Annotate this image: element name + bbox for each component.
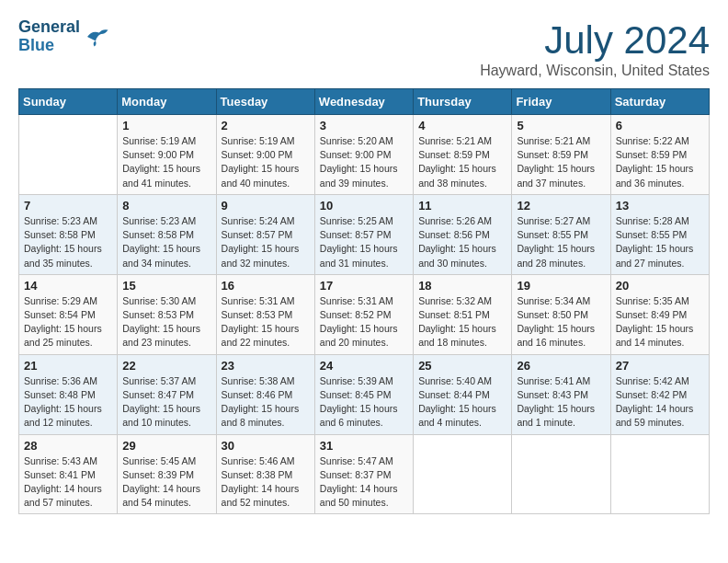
day-info: Sunrise: 5:31 AMSunset: 8:53 PMDaylight:… [222, 294, 310, 350]
day-info: Sunrise: 5:22 AMSunset: 8:59 PMDaylight:… [616, 134, 704, 190]
calendar-cell: 25Sunrise: 5:40 AMSunset: 8:44 PMDayligh… [414, 354, 512, 434]
calendar-cell: 13Sunrise: 5:28 AMSunset: 8:55 PMDayligh… [610, 194, 709, 274]
calendar-cell: 14Sunrise: 5:29 AMSunset: 8:54 PMDayligh… [19, 274, 118, 354]
weekday-header-tuesday: Tuesday [216, 89, 314, 115]
page-header: General Blue July 2024 Hayward, Wisconsi… [18, 18, 710, 79]
calendar-week-row: 21Sunrise: 5:36 AMSunset: 8:48 PMDayligh… [19, 354, 710, 434]
day-number: 6 [616, 119, 704, 132]
weekday-header-saturday: Saturday [610, 89, 709, 115]
day-number: 22 [122, 359, 210, 373]
calendar-cell: 15Sunrise: 5:30 AMSunset: 8:53 PMDayligh… [118, 274, 216, 354]
calendar-cell: 21Sunrise: 5:36 AMSunset: 8:48 PMDayligh… [19, 354, 118, 434]
calendar-table: SundayMondayTuesdayWednesdayThursdayFrid… [18, 88, 710, 514]
calendar-week-row: 7Sunrise: 5:23 AMSunset: 8:58 PMDaylight… [19, 194, 710, 274]
day-info: Sunrise: 5:27 AMSunset: 8:55 PMDaylight:… [517, 214, 605, 270]
day-info: Sunrise: 5:45 AMSunset: 8:39 PMDaylight:… [122, 454, 210, 511]
day-number: 15 [122, 279, 210, 293]
day-number: 10 [320, 199, 408, 213]
day-info: Sunrise: 5:26 AMSunset: 8:56 PMDaylight:… [418, 214, 506, 270]
calendar-cell: 7Sunrise: 5:23 AMSunset: 8:58 PMDaylight… [19, 194, 118, 274]
calendar-cell: 17Sunrise: 5:31 AMSunset: 8:52 PMDayligh… [314, 274, 413, 354]
weekday-header-row: SundayMondayTuesdayWednesdayThursdayFrid… [19, 89, 710, 115]
day-number: 19 [517, 279, 605, 293]
calendar-cell: 3Sunrise: 5:20 AMSunset: 9:00 PMDaylight… [314, 115, 413, 195]
day-number: 7 [24, 199, 112, 213]
day-number: 23 [222, 359, 310, 373]
day-info: Sunrise: 5:29 AMSunset: 8:54 PMDaylight:… [24, 294, 112, 350]
calendar-cell: 5Sunrise: 5:21 AMSunset: 8:59 PMDaylight… [512, 115, 610, 195]
day-info: Sunrise: 5:41 AMSunset: 8:43 PMDaylight:… [517, 374, 605, 431]
weekday-header-friday: Friday [512, 89, 610, 115]
day-number: 28 [24, 439, 112, 453]
calendar-cell: 27Sunrise: 5:42 AMSunset: 8:42 PMDayligh… [610, 354, 709, 434]
calendar-week-row: 28Sunrise: 5:43 AMSunset: 8:41 PMDayligh… [19, 434, 710, 514]
day-number: 2 [222, 119, 310, 132]
day-info: Sunrise: 5:37 AMSunset: 8:47 PMDaylight:… [122, 374, 210, 431]
calendar-cell: 22Sunrise: 5:37 AMSunset: 8:47 PMDayligh… [118, 354, 216, 434]
day-info: Sunrise: 5:43 AMSunset: 8:41 PMDaylight:… [24, 454, 112, 511]
day-number: 3 [320, 119, 408, 132]
day-info: Sunrise: 5:46 AMSunset: 8:38 PMDaylight:… [222, 454, 310, 511]
day-number: 30 [222, 439, 310, 453]
day-number: 17 [320, 279, 408, 293]
calendar-cell: 19Sunrise: 5:34 AMSunset: 8:50 PMDayligh… [512, 274, 610, 354]
weekday-header-sunday: Sunday [19, 89, 118, 115]
day-number: 5 [517, 119, 605, 132]
calendar-cell [512, 434, 610, 514]
day-info: Sunrise: 5:28 AMSunset: 8:55 PMDaylight:… [616, 214, 704, 270]
day-number: 31 [320, 439, 408, 453]
calendar-cell: 1Sunrise: 5:19 AMSunset: 9:00 PMDaylight… [118, 115, 216, 195]
day-info: Sunrise: 5:19 AMSunset: 9:00 PMDaylight:… [222, 134, 310, 190]
day-number: 14 [24, 279, 112, 293]
calendar-cell: 11Sunrise: 5:26 AMSunset: 8:56 PMDayligh… [414, 194, 512, 274]
calendar-cell: 30Sunrise: 5:46 AMSunset: 8:38 PMDayligh… [216, 434, 314, 514]
day-number: 11 [418, 199, 506, 213]
weekday-header-wednesday: Wednesday [314, 89, 413, 115]
logo: General Blue [18, 18, 109, 55]
calendar-week-row: 1Sunrise: 5:19 AMSunset: 9:00 PMDaylight… [19, 115, 710, 195]
day-info: Sunrise: 5:42 AMSunset: 8:42 PMDaylight:… [616, 374, 704, 431]
calendar-cell: 26Sunrise: 5:41 AMSunset: 8:43 PMDayligh… [512, 354, 610, 434]
calendar-cell: 29Sunrise: 5:45 AMSunset: 8:39 PMDayligh… [118, 434, 216, 514]
day-number: 20 [616, 279, 704, 293]
day-info: Sunrise: 5:21 AMSunset: 8:59 PMDaylight:… [517, 134, 605, 190]
calendar-cell: 9Sunrise: 5:24 AMSunset: 8:57 PMDaylight… [216, 194, 314, 274]
day-number: 8 [122, 199, 210, 213]
day-number: 18 [418, 279, 506, 293]
day-info: Sunrise: 5:40 AMSunset: 8:44 PMDaylight:… [418, 374, 506, 431]
day-number: 13 [616, 199, 704, 213]
day-info: Sunrise: 5:20 AMSunset: 9:00 PMDaylight:… [320, 134, 408, 190]
day-info: Sunrise: 5:31 AMSunset: 8:52 PMDaylight:… [320, 294, 408, 350]
day-info: Sunrise: 5:21 AMSunset: 8:59 PMDaylight:… [418, 134, 506, 190]
day-info: Sunrise: 5:47 AMSunset: 8:37 PMDaylight:… [320, 454, 408, 511]
day-number: 9 [222, 199, 310, 213]
day-info: Sunrise: 5:34 AMSunset: 8:50 PMDaylight:… [517, 294, 605, 350]
day-info: Sunrise: 5:38 AMSunset: 8:46 PMDaylight:… [222, 374, 310, 431]
calendar-cell: 20Sunrise: 5:35 AMSunset: 8:49 PMDayligh… [610, 274, 709, 354]
month-year-title: July 2024 [480, 18, 710, 63]
day-info: Sunrise: 5:32 AMSunset: 8:51 PMDaylight:… [418, 294, 506, 350]
calendar-cell: 28Sunrise: 5:43 AMSunset: 8:41 PMDayligh… [19, 434, 118, 514]
calendar-cell: 8Sunrise: 5:23 AMSunset: 8:58 PMDaylight… [118, 194, 216, 274]
day-number: 29 [122, 439, 210, 453]
calendar-cell: 23Sunrise: 5:38 AMSunset: 8:46 PMDayligh… [216, 354, 314, 434]
title-block: July 2024 Hayward, Wisconsin, United Sta… [480, 18, 710, 79]
calendar-cell: 10Sunrise: 5:25 AMSunset: 8:57 PMDayligh… [314, 194, 413, 274]
day-number: 26 [517, 359, 605, 373]
calendar-cell [414, 434, 512, 514]
day-info: Sunrise: 5:23 AMSunset: 8:58 PMDaylight:… [122, 214, 210, 270]
logo-bird-icon [82, 23, 109, 51]
calendar-cell: 18Sunrise: 5:32 AMSunset: 8:51 PMDayligh… [414, 274, 512, 354]
weekday-header-thursday: Thursday [414, 89, 512, 115]
location-subtitle: Hayward, Wisconsin, United States [480, 63, 710, 79]
calendar-cell: 16Sunrise: 5:31 AMSunset: 8:53 PMDayligh… [216, 274, 314, 354]
calendar-cell [610, 434, 709, 514]
day-number: 12 [517, 199, 605, 213]
day-info: Sunrise: 5:30 AMSunset: 8:53 PMDaylight:… [122, 294, 210, 350]
calendar-cell [19, 115, 118, 195]
day-number: 16 [222, 279, 310, 293]
calendar-cell: 6Sunrise: 5:22 AMSunset: 8:59 PMDaylight… [610, 115, 709, 195]
day-info: Sunrise: 5:24 AMSunset: 8:57 PMDaylight:… [222, 214, 310, 270]
calendar-cell: 31Sunrise: 5:47 AMSunset: 8:37 PMDayligh… [314, 434, 413, 514]
calendar-cell: 24Sunrise: 5:39 AMSunset: 8:45 PMDayligh… [314, 354, 413, 434]
